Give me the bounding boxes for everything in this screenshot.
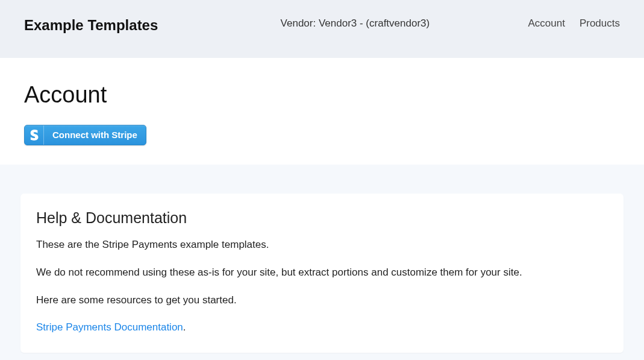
docs-link-suffix: . <box>183 321 186 333</box>
nav-products-link[interactable]: Products <box>580 17 620 30</box>
help-title: Help & Documentation <box>36 209 608 227</box>
help-text-2: We do not recommend using these as-is fo… <box>36 265 608 280</box>
help-text-3: Here are some resources to get you start… <box>36 293 608 308</box>
connect-stripe-button[interactable]: Connect with Stripe <box>24 125 146 145</box>
connect-stripe-label: Connect with Stripe <box>44 125 146 145</box>
vendor-info: Vendor: Vendor3 - (craftvendor3) <box>182 17 528 30</box>
help-link-line: Stripe Payments Documentation. <box>36 320 608 335</box>
header: Example Templates Vendor: Vendor3 - (cra… <box>0 0 644 58</box>
nav-account-link[interactable]: Account <box>528 17 564 30</box>
page-title: Account <box>24 82 620 108</box>
help-text-1: These are the Stripe Payments example te… <box>36 238 608 252</box>
nav: Account Products <box>528 17 620 30</box>
help-card: Help & Documentation These are the Strip… <box>20 194 624 353</box>
main-content: Account Connect with Stripe <box>0 58 644 165</box>
docs-link[interactable]: Stripe Payments Documentation <box>36 321 183 333</box>
stripe-s-icon <box>25 125 44 145</box>
brand-title: Example Templates <box>24 17 158 34</box>
help-section: Help & Documentation These are the Strip… <box>0 165 644 360</box>
